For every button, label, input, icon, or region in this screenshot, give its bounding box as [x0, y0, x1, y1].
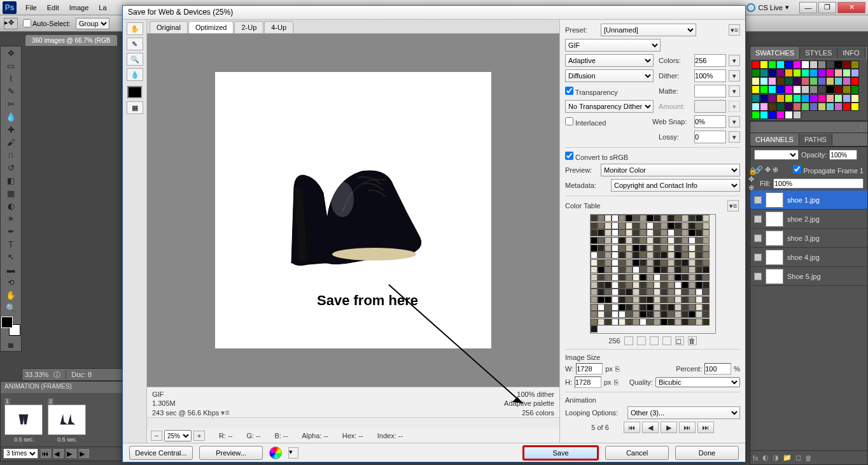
- swatch[interactable]: [768, 69, 776, 77]
- swatch[interactable]: [818, 77, 826, 85]
- color-cell[interactable]: [703, 245, 710, 252]
- color-cell[interactable]: [633, 289, 640, 296]
- color-cell[interactable]: [633, 252, 640, 259]
- color-cell[interactable]: [605, 282, 612, 289]
- swatch[interactable]: [826, 94, 834, 103]
- cancel-button[interactable]: Cancel: [605, 446, 669, 460]
- menu-layer[interactable]: La: [94, 3, 111, 13]
- preset-menu-icon[interactable]: ▾≡: [729, 24, 740, 36]
- propagate-check[interactable]: Propagate Frame 1: [793, 165, 864, 175]
- color-cell[interactable]: [654, 229, 661, 236]
- eyedropper-tool[interactable]: 💧: [1, 110, 20, 123]
- color-cell[interactable]: [654, 237, 661, 244]
- color-cell[interactable]: [633, 274, 640, 281]
- auto-select-check[interactable]: Auto-Select:: [23, 19, 71, 27]
- color-cell[interactable]: [612, 289, 619, 296]
- color-cell[interactable]: [598, 311, 605, 318]
- color-cell[interactable]: [591, 266, 598, 273]
- color-cell[interactable]: [703, 222, 710, 229]
- color-cell[interactable]: [619, 304, 626, 311]
- color-cell[interactable]: [633, 245, 640, 252]
- color-cell[interactable]: [647, 229, 654, 236]
- lossy-stepper[interactable]: ▾: [729, 131, 740, 143]
- slice-visibility-icon[interactable]: ▦: [127, 101, 143, 114]
- swatch[interactable]: [785, 103, 793, 111]
- color-cell[interactable]: [633, 237, 640, 244]
- next-btn[interactable]: ⏭: [679, 422, 696, 433]
- swatch[interactable]: [760, 61, 768, 69]
- swatch[interactable]: [785, 85, 793, 94]
- color-cell[interactable]: [689, 245, 696, 252]
- color-cell[interactable]: [605, 318, 612, 326]
- swatch[interactable]: [818, 61, 826, 69]
- swatch[interactable]: [776, 111, 785, 119]
- swatch[interactable]: [768, 77, 776, 85]
- color-cell[interactable]: [696, 274, 703, 281]
- color-cell[interactable]: [654, 259, 661, 266]
- color-cell[interactable]: [661, 245, 668, 252]
- color-cell[interactable]: [619, 311, 626, 318]
- color-cell[interactable]: [633, 215, 640, 222]
- color-cell[interactable]: [633, 318, 640, 326]
- percent-input[interactable]: [704, 363, 731, 375]
- color-cell[interactable]: [633, 296, 640, 303]
- layer-row[interactable]: shoe 3.jpg: [750, 229, 867, 248]
- swatch[interactable]: [752, 77, 760, 85]
- color-cell[interactable]: [654, 222, 661, 229]
- matte-picker[interactable]: ▾: [729, 85, 740, 97]
- color-cell[interactable]: [675, 296, 682, 303]
- color-cell[interactable]: [661, 215, 668, 222]
- swatch[interactable]: [851, 69, 859, 77]
- color-cell[interactable]: [626, 222, 633, 229]
- tab-swatches[interactable]: SWATCHES: [750, 47, 800, 59]
- 3d-tool[interactable]: ⟲: [1, 276, 20, 289]
- zoom-out-btn[interactable]: −: [151, 431, 162, 441]
- browser-preview-icon[interactable]: [269, 447, 282, 459]
- swatch[interactable]: [851, 85, 859, 94]
- dodge-tool[interactable]: ☀: [1, 212, 20, 225]
- color-cell[interactable]: [626, 237, 633, 244]
- swatch[interactable]: [760, 103, 768, 111]
- swatch[interactable]: [851, 94, 859, 103]
- auto-select-mode[interactable]: Group: [76, 18, 109, 29]
- color-cell[interactable]: [689, 215, 696, 222]
- preview-canvas[interactable]: Save from here: [215, 72, 491, 348]
- swatch[interactable]: [785, 111, 793, 119]
- type-tool[interactable]: T: [1, 238, 20, 250]
- quality-select[interactable]: Bicubic: [655, 377, 740, 387]
- eraser-tool[interactable]: ◧: [1, 174, 20, 187]
- color-cell[interactable]: [591, 289, 598, 296]
- color-cell[interactable]: [591, 237, 598, 244]
- color-cell[interactable]: [619, 282, 626, 289]
- color-cell[interactable]: [605, 245, 612, 252]
- color-cell[interactable]: [619, 274, 626, 281]
- swatch[interactable]: [826, 103, 834, 111]
- color-cell[interactable]: [591, 311, 598, 318]
- color-cell[interactable]: [591, 282, 598, 289]
- color-cell[interactable]: [703, 237, 710, 244]
- hand-tool-icon[interactable]: ✋: [127, 22, 143, 35]
- color-cell[interactable]: [647, 222, 654, 229]
- color-cell[interactable]: [605, 304, 612, 311]
- color-cell[interactable]: [661, 229, 668, 236]
- color-cell[interactable]: [647, 266, 654, 273]
- swatch[interactable]: [776, 61, 785, 69]
- eyedropper-icon[interactable]: 💧: [127, 68, 143, 81]
- swatch[interactable]: [768, 85, 776, 94]
- color-cell[interactable]: [640, 304, 647, 311]
- color-cell[interactable]: [703, 274, 710, 281]
- ct-btn-1[interactable]: [624, 336, 633, 345]
- unify-icons[interactable]: 🔗 ✥ ⊕: [754, 166, 778, 174]
- adjustment-icon[interactable]: ◑: [773, 454, 779, 462]
- color-cell[interactable]: [647, 245, 654, 252]
- swatch[interactable]: [752, 69, 760, 77]
- color-cell[interactable]: [689, 274, 696, 281]
- color-cell[interactable]: [626, 318, 633, 326]
- close-button[interactable]: ✕: [837, 2, 865, 13]
- color-cell[interactable]: [689, 304, 696, 311]
- color-cell[interactable]: [689, 311, 696, 318]
- color-cell[interactable]: [654, 311, 661, 318]
- color-cell[interactable]: [598, 318, 605, 326]
- color-cell[interactable]: [605, 289, 612, 296]
- color-cell[interactable]: [640, 237, 647, 244]
